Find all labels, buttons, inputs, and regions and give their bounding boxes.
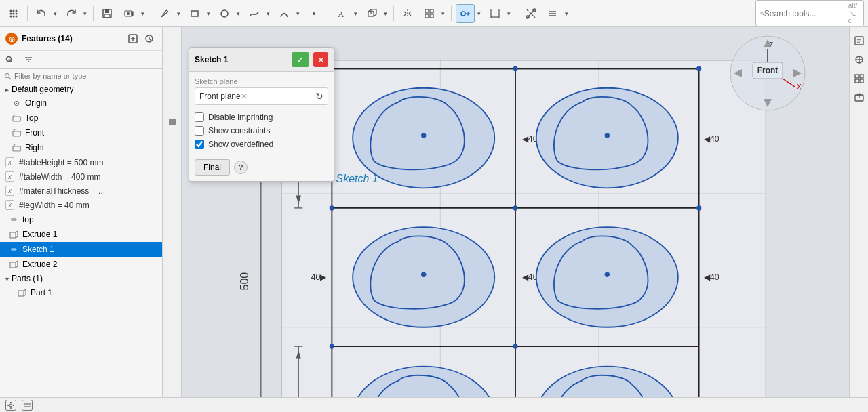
spline-button[interactable]: [245, 4, 264, 23]
render-arrow[interactable]: ▾: [138, 4, 146, 23]
rect-arrow[interactable]: ▾: [204, 4, 212, 23]
trim-button[interactable]: [521, 4, 540, 23]
sketch-panel-ok-button[interactable]: ✓: [292, 52, 309, 67]
sidebar-item-sketch1[interactable]: ✏ Sketch 1: [0, 242, 162, 257]
svg-point-87: [513, 205, 517, 210]
svg-point-30: [461, 12, 465, 16]
render-group: ▾: [119, 4, 146, 23]
sidebar-item-part1[interactable]: Part 1: [0, 285, 162, 300]
sidebar-item-top-sketch[interactable]: ✏ top: [0, 212, 162, 227]
bottom-settings-btn[interactable]: [5, 400, 16, 411]
svg-text:◀40: ◀40: [704, 134, 719, 144]
point-button[interactable]: [304, 4, 323, 23]
redo-button[interactable]: [62, 4, 81, 23]
undo-button[interactable]: [32, 4, 51, 23]
redo-arrow[interactable]: ▾: [81, 4, 89, 23]
sidebar-list: ▸ Default geometry ⊙ Origin Top: [0, 83, 162, 397]
svg-point-3: [10, 12, 12, 14]
sidebar-add-btn[interactable]: [125, 31, 140, 46]
right-bar-btn4[interactable]: [851, 89, 867, 106]
sidebar-item-extrude1[interactable]: Extrude 1: [0, 227, 162, 242]
extrude2-label: Extrude 2: [22, 260, 57, 269]
pen-button[interactable]: [155, 4, 174, 23]
menu-btn[interactable]: [4, 4, 23, 23]
sketch-rotate-btn[interactable]: ↻: [315, 91, 323, 102]
dimension-button[interactable]: [486, 4, 505, 23]
more-arrow[interactable]: ▾: [562, 4, 570, 23]
render-button[interactable]: [119, 4, 138, 23]
text-arrow[interactable]: ▾: [351, 4, 359, 23]
svg-point-4: [13, 12, 15, 14]
arc-arrow[interactable]: ▾: [294, 4, 302, 23]
right-bar-btn2[interactable]: [851, 52, 867, 68]
constraint-arrow[interactable]: ▾: [475, 4, 483, 23]
rect-button[interactable]: [185, 4, 204, 23]
sidebar-item-front[interactable]: Front: [3, 125, 162, 140]
text-button[interactable]: A: [332, 4, 351, 23]
sidebar-item-top[interactable]: Top: [3, 110, 162, 125]
arrange-arrow[interactable]: ▾: [439, 4, 447, 23]
sidebar-nav-arrow-btn[interactable]: [0, 51, 19, 68]
pen-arrow[interactable]: ▾: [174, 4, 182, 23]
svg-rect-18: [191, 11, 198, 16]
sep4: [328, 6, 328, 21]
sketch3d-arrow[interactable]: ▾: [381, 4, 389, 23]
sketch-panel-cancel-button[interactable]: ✕: [313, 52, 328, 67]
sketch-panel-title: Sketch 1: [195, 55, 288, 64]
extrude1-icon: [8, 229, 19, 240]
sep6: [451, 6, 452, 21]
sidebar-search-filter: [0, 69, 162, 83]
show-constraints-checkbox[interactable]: [195, 126, 204, 136]
grid-button[interactable]: [420, 4, 439, 23]
dimension-arrow[interactable]: ▾: [505, 4, 513, 23]
param-tableWidth[interactable]: x #tableWidth = 400 mm: [0, 169, 162, 184]
front-plane-icon: [11, 127, 22, 138]
parts-header[interactable]: ▾ Parts (1): [0, 272, 162, 285]
search-input[interactable]: [764, 9, 846, 18]
param-tableHeight[interactable]: x #tableHeight = 500 mm: [0, 155, 162, 169]
param-icon-mt: x: [5, 186, 14, 196]
sidebar-item-right[interactable]: Right: [3, 140, 162, 155]
svg-point-56: [5, 73, 9, 77]
more-button[interactable]: [543, 4, 562, 23]
sidebar-item-extrude2[interactable]: Extrude 2: [0, 257, 162, 272]
bottom-layers-btn[interactable]: [22, 400, 33, 411]
top-toolbar: ▾ ▾ ▾ ▾ ▾ ▾: [0, 0, 868, 27]
param-materialThickness[interactable]: x #materialThickness = ...: [0, 184, 162, 198]
sketch3d-button[interactable]: [362, 4, 381, 23]
circle-arrow[interactable]: ▾: [234, 4, 242, 23]
save-button[interactable]: [98, 4, 117, 23]
sidebar-header: ◎ Features (14): [0, 27, 162, 51]
main-area: ◎ Features (14): [0, 27, 868, 397]
svg-point-7: [13, 15, 15, 17]
constraint-button[interactable]: [456, 4, 475, 23]
right-bar-btn3[interactable]: [851, 70, 867, 87]
final-button[interactable]: Final: [195, 159, 230, 176]
left-bar-list-btn[interactable]: [164, 114, 180, 130]
arc-button[interactable]: [275, 4, 294, 23]
sidebar-nav-filter-btn[interactable]: [19, 51, 38, 68]
default-geometry-toggle[interactable]: ▸ Default geometry: [0, 83, 162, 96]
right-plane-icon: [11, 142, 22, 153]
svg-text:Front: Front: [757, 66, 778, 75]
disable-imprinting-checkbox[interactable]: [195, 112, 204, 122]
mirror-button[interactable]: [398, 4, 417, 23]
help-button[interactable]: ?: [234, 161, 248, 174]
dimension-group: ▾: [486, 4, 513, 23]
sketch-plane-clear-btn[interactable]: ✕: [241, 91, 248, 101]
sidebar-item-origin[interactable]: ⊙ Origin: [3, 96, 162, 110]
viewport[interactable]: ◀40 ◀40 40▶ ◀40: [182, 27, 849, 397]
svg-line-52: [9, 59, 12, 62]
param-icon-th: x: [5, 157, 14, 167]
undo-arrow[interactable]: ▾: [51, 4, 59, 23]
right-bar-btn1[interactable]: [851, 33, 867, 49]
sidebar-history-btn[interactable]: [142, 31, 157, 46]
sidebar-filter-input[interactable]: [14, 72, 158, 80]
circle-button[interactable]: [215, 4, 234, 23]
spline-arrow[interactable]: ▾: [264, 4, 272, 23]
show-overdefined-checkbox[interactable]: [195, 140, 204, 149]
compass-widget[interactable]: Front Z X: [727, 33, 808, 114]
param-legWidth[interactable]: x #legWidth = 40 mm: [0, 198, 162, 212]
svg-text:Sketch 1: Sketch 1: [336, 173, 378, 184]
param-label-lw: #legWidth = 40 mm: [19, 201, 90, 210]
